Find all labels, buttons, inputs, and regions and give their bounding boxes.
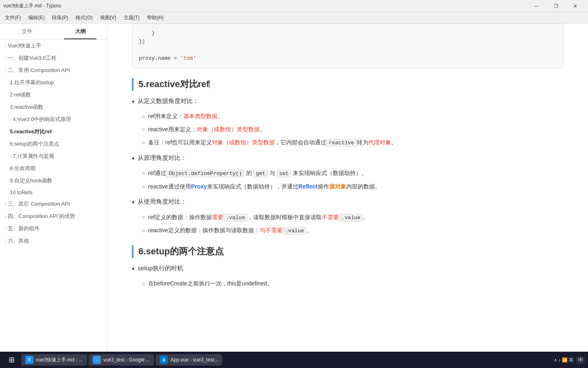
nav-label: 一、创建Vue3.0工程 — [8, 54, 56, 62]
bullet-reactive-def: reactive用来定义：对象（或数组）类型数据。 — [142, 125, 564, 135]
content-area[interactable]: } })proxy.name = 'tom' 5.reactive对比ref 从… — [107, 24, 588, 352]
tab-outline[interactable]: 大纲 — [53, 24, 107, 39]
menu-theme[interactable]: 主题(T) — [120, 13, 143, 22]
sidebar-item-reactive[interactable]: 3.reactive函数 — [0, 101, 107, 113]
sidebar-item-hook[interactable]: 9.自定义hook函数 — [0, 175, 107, 187]
section-6-heading: 6.setup的两个注意点 — [132, 245, 564, 258]
bullet-text: 在beforeCreate之前执行一次，this是undefined。 — [148, 279, 273, 289]
bullet-text: 从原理角度对比： — [138, 154, 187, 162]
bullet-text: 从定义数据角度对比： — [138, 97, 199, 105]
bullet-text: ref定义的数据：操作数据需要.value，读取数据时模板中直接读取不需要.va… — [148, 213, 369, 222]
highlight-all-not-need: 均不需要 — [260, 227, 283, 233]
sidebar-item-reactive-vs-ref[interactable]: 5.reactive对比ref — [0, 126, 107, 138]
code-value3: .value — [283, 227, 307, 235]
bullet-text: 备注：ref也可以用来定义对象（或数组）类型数据，它内部会自动通过reactiv… — [148, 138, 397, 148]
sidebar-item-new-components[interactable]: › 五、新的组件 — [0, 222, 107, 235]
title-bar: vue3快速上手.md - Typora ─ ❐ ✕ — [0, 0, 588, 12]
nav-label: 三、其它 Composition API — [8, 200, 70, 208]
bullet-ref-principle: ref通过Object.defineProperty() 的 get 与 set… — [142, 168, 564, 178]
menu-file[interactable]: 文件(F) — [2, 13, 24, 22]
sidebar-item-reactivity[interactable]: › 4.Vue3.0中的响应式原理 — [0, 113, 107, 126]
bullet-text: reactive定义的数据：操作数据与读取数据：均不需要.value。 — [148, 226, 312, 236]
nav-label: 2.ref函数 — [10, 91, 31, 99]
sidebar-item-other-composition[interactable]: › 三、其它 Composition API — [0, 198, 107, 210]
highlight-not-need: 不需要 — [322, 214, 339, 220]
code-get: get — [253, 170, 267, 177]
nav-label: 4.Vue3.0中的响应式原理 — [13, 116, 71, 123]
menu-bar: 文件(F) 编辑(E) 段落(P) 格式(O) 视图(V) 主题(T) 帮助(H… — [0, 12, 588, 24]
bullet-note: 备注：ref也可以用来定义对象（或数组）类型数据，它内部会自动通过reactiv… — [142, 138, 564, 148]
code-set: set — [277, 170, 291, 177]
highlight-obj-array: 对象（或数组）类型数据 — [212, 139, 275, 146]
section-5-title: 5.reactive对比ref — [132, 78, 564, 91]
nav-label: 10.toRefs — [10, 189, 33, 195]
sidebar-tabs: 文件 大纲 — [0, 24, 107, 40]
highlight-basic-type: 基本类型数据。 — [183, 113, 223, 119]
sidebar-item-torefs[interactable]: 10.toRefs — [0, 187, 107, 198]
nav-label: 5.reactive对比ref — [10, 128, 52, 135]
sidebar-item-computed[interactable]: › 7.计算属性与监视 — [0, 150, 107, 162]
arrow-icon: › — [5, 56, 6, 61]
code-value2: .value — [339, 214, 363, 222]
arrow-icon: › — [3, 70, 8, 71]
bullet-text: reactive用来定义：对象（或数组）类型数据。 — [148, 125, 265, 135]
sidebar-item-other[interactable]: › 六、其他 — [0, 235, 107, 247]
window-controls: ─ ❐ ✕ — [527, 0, 585, 12]
nav-label: 五、新的组件 — [8, 225, 40, 232]
tab-files[interactable]: 文件 — [0, 24, 53, 39]
code-reactive: reactive — [326, 139, 356, 147]
highlight-reflect: Reflect — [298, 183, 318, 190]
bullet-before-create: 在beforeCreate之前执行一次，this是undefined。 — [142, 279, 564, 289]
menu-edit[interactable]: 编辑(E) — [25, 13, 48, 22]
code-value1: .value — [223, 214, 247, 222]
nav-label: Vue3快速上手 — [8, 42, 41, 49]
sidebar-nav: › Vue3快速上手 › 一、创建Vue3.0工程 › 二、常用 Composi… — [0, 40, 107, 352]
sidebar-item-vue3[interactable]: › Vue3快速上手 — [0, 40, 107, 52]
arrow-icon: › — [5, 214, 6, 219]
bullet-reactive-principle: reactive通过使用Proxy来实现响应式（数据劫持），并通过Reflect… — [142, 182, 564, 192]
menu-view[interactable]: 视图(V) — [97, 13, 120, 22]
window-title: vue3快速上手.md - Typora — [3, 2, 61, 9]
app-body: 文件 大纲 › Vue3快速上手 › 一、创建Vue3.0工程 › 二、常用 C… — [0, 24, 588, 352]
sidebar-item-setup-notes[interactable]: 6.setup的两个注意点 — [0, 138, 107, 150]
bullet-reactive-usage: reactive定义的数据：操作数据与读取数据：均不需要.value。 — [142, 226, 564, 236]
nav-label: 1.拉开序幕的setup — [10, 79, 54, 86]
arrow-icon: › — [5, 44, 6, 48]
sidebar-item-lifecycle[interactable]: 8.生命周期 — [0, 162, 107, 175]
code-block-top: } })proxy.name = 'tom' — [132, 24, 564, 68]
sidebar-item-setup[interactable]: 1.拉开序幕的setup — [0, 76, 107, 89]
text-cursor — [209, 81, 210, 88]
arrow-icon: › — [10, 117, 11, 122]
principle-section: 从原理角度对比： ref通过Object.defineProperty() 的 … — [132, 154, 564, 191]
highlight-source-obj: 源对象 — [329, 183, 346, 190]
sidebar-item-advantage[interactable]: › 四、Composition API 的优势 — [0, 210, 107, 222]
bullet-setup-timing: setup执行的时机 — [132, 265, 564, 274]
bullet-ref-def: ref用来定义：基本类型数据。 — [142, 112, 564, 121]
bullet-usage: 从使用角度对比： — [132, 198, 564, 207]
nav-label: 7.计算属性与监视 — [13, 153, 54, 160]
sidebar-item-ref[interactable]: 2.ref函数 — [0, 89, 107, 101]
nav-label: 四、Composition API 的优势 — [8, 213, 75, 220]
section-5-heading: 5.reactive对比ref — [132, 78, 564, 91]
close-button[interactable]: ✕ — [566, 0, 585, 12]
bullet-definition: 从定义数据角度对比： — [132, 97, 564, 107]
nav-label: 3.reactive函数 — [10, 103, 43, 111]
bullet-ref-usage: ref定义的数据：操作数据需要.value，读取数据时模板中直接读取不需要.va… — [142, 213, 564, 222]
arrow-icon: › — [5, 227, 6, 231]
section-6-title: 6.setup的两个注意点 — [132, 245, 564, 258]
highlight-proxy-keyword: Proxy — [191, 183, 207, 190]
bullet-text: reactive通过使用Proxy来实现响应式（数据劫持），并通过Reflect… — [148, 182, 381, 192]
definition-section: 从定义数据角度对比： ref用来定义：基本类型数据。 reactive用来定义：… — [132, 97, 564, 148]
usage-section: 从使用角度对比： ref定义的数据：操作数据需要.value，读取数据时模板中直… — [132, 198, 564, 236]
menu-paragraph[interactable]: 段落(P) — [49, 13, 71, 22]
menu-format[interactable]: 格式(O) — [72, 13, 96, 22]
nav-label: 6.setup的两个注意点 — [10, 140, 59, 148]
sidebar-item-create[interactable]: › 一、创建Vue3.0工程 — [0, 52, 107, 64]
menu-help[interactable]: 帮助(H) — [144, 13, 167, 22]
nav-label: 8.生命周期 — [10, 165, 36, 172]
minimize-button[interactable]: ─ — [527, 0, 546, 12]
bullet-text: setup执行的时机 — [138, 265, 183, 272]
maximize-button[interactable]: ❐ — [546, 0, 565, 12]
setup-notes-section: setup执行的时机 在beforeCreate之前执行一次，this是unde… — [132, 265, 564, 289]
sidebar-item-composition[interactable]: › 二、常用 Composition API — [0, 64, 107, 76]
